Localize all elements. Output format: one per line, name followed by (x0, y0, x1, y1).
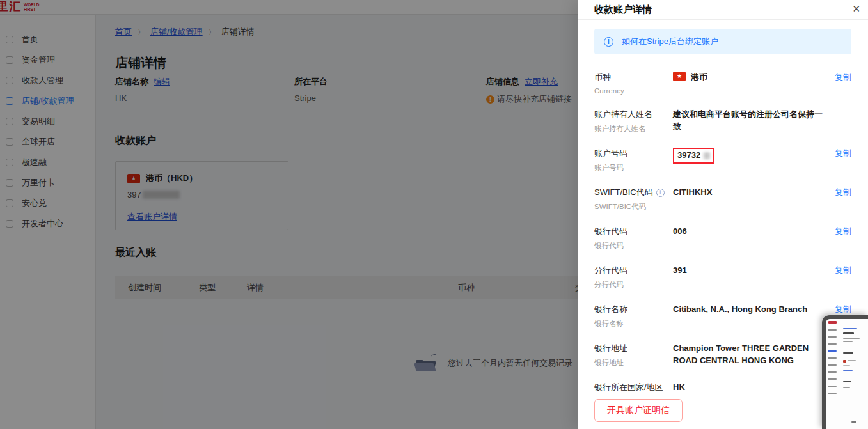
field-label: SWIFT/BIC代码i (594, 187, 673, 198)
thumb-decoration (828, 321, 837, 324)
copy-link[interactable]: 复制 (832, 72, 851, 95)
thumb-decoration (828, 386, 837, 387)
copy-link[interactable]: 复制 (832, 226, 851, 251)
field-label-text: 账户号码 (594, 148, 627, 159)
field-row-4: 银行代码银行代码006复制 (594, 226, 851, 251)
field-value-text: 39732 (677, 150, 700, 162)
field-label-col: 银行名称银行名称 (594, 304, 673, 329)
thumb-decoration (851, 421, 856, 423)
thumb-decoration (828, 336, 837, 338)
hk-flag-icon: ★ (673, 72, 686, 81)
field-label: 账户号码 (594, 148, 673, 159)
drawer-header: 收款账户详情 (578, 0, 868, 20)
field-value: Citibank, N.A., Hong Kong Branch (673, 304, 832, 329)
field-label-text: 银行名称 (594, 304, 627, 315)
field-label: 银行所在国家/地区 (594, 382, 673, 393)
thumb-decoration (848, 360, 856, 361)
field-value: Champion Tower THREE GARDEN ROAD CENTRAL… (673, 343, 832, 368)
issue-account-certificate-button[interactable]: 开具账户证明信 (594, 399, 683, 422)
field-label-text: 银行地址 (594, 343, 627, 354)
field-sublabel: SWIFT/BIC代码 (594, 202, 673, 212)
field-label-col: 分行代码分行代码 (594, 265, 673, 290)
field-label-text: 银行代码 (594, 226, 627, 237)
field-sublabel: 银行地址 (594, 358, 673, 368)
field-label: 银行代码 (594, 226, 673, 237)
field-label: 分行代码 (594, 265, 673, 276)
field-sublabel: 银行名称 (594, 319, 673, 329)
thumb-decoration (828, 364, 837, 366)
field-value: CITIHKHX (673, 187, 832, 212)
copy-link[interactable]: 复制 (832, 265, 851, 290)
field-label: 币种 (594, 72, 673, 83)
field-label: 银行地址 (594, 343, 673, 354)
field-label-text: 分行代码 (594, 265, 627, 276)
field-row-5: 分行代码分行代码391复制 (594, 265, 851, 290)
field-label: 银行名称 (594, 304, 673, 315)
field-label-text: SWIFT/BIC代码 (594, 187, 653, 198)
thumb-decoration (843, 360, 846, 363)
field-label-col: 币种Currency (594, 72, 673, 95)
field-value: 39732 (673, 148, 832, 173)
field-sublabel: Currency (594, 87, 673, 95)
modal-dim-overlay[interactable] (0, 0, 578, 429)
field-value: 391 (673, 265, 832, 290)
close-icon[interactable]: ✕ (852, 3, 860, 15)
field-label-text: 币种 (594, 72, 611, 83)
stripe-binding-guide-link[interactable]: 如何在Stripe后台绑定账户 (622, 36, 718, 47)
field-label: 账户持有人姓名 (594, 109, 673, 120)
field-row-0: 币种Currency★港币复制 (594, 72, 851, 95)
thumb-decoration (828, 343, 837, 345)
thumb-decoration (828, 329, 837, 331)
thumb-decoration (843, 381, 851, 382)
drawer-title: 收款账户详情 (594, 4, 652, 16)
field-sublabel: 账户持有人姓名 (594, 124, 673, 134)
field-sublabel: 银行代码 (594, 241, 673, 251)
field-label-text: 银行所在国家/地区 (594, 382, 663, 393)
field-value-text: 港币 (691, 72, 707, 84)
field-label-col: 银行代码银行代码 (594, 226, 673, 251)
field-row-2: 账户号码账户号码39732复制 (594, 148, 851, 173)
swift-info-icon[interactable]: i (656, 189, 665, 197)
field-sublabel: 账户号码 (594, 163, 673, 173)
thumb-decoration (828, 371, 837, 373)
thumb-decoration (843, 341, 853, 342)
thumb-decoration (843, 328, 857, 329)
thumb-decoration (843, 365, 850, 366)
field-label-col: 银行地址银行地址 (594, 343, 673, 368)
copy-link[interactable]: 复制 (832, 187, 851, 212)
thumb-decoration (828, 393, 837, 394)
field-row-1: 账户持有人姓名账户持有人姓名建议和电商平台账号的注册公司名保持一致 (594, 109, 851, 134)
thumb-decoration (843, 352, 853, 354)
thumb-decoration (828, 378, 837, 380)
thumb-decoration (843, 387, 850, 388)
field-sublabel: 分行代码 (594, 280, 673, 290)
screenshot-preview-thumbnail[interactable] (822, 315, 868, 429)
highlighted-account-number: 39732 (673, 148, 714, 164)
thumb-decoration (843, 338, 860, 339)
field-label-col: 账户持有人姓名账户持有人姓名 (594, 109, 673, 134)
field-label-col: SWIFT/BIC代码iSWIFT/BIC代码 (594, 187, 673, 212)
field-row-3: SWIFT/BIC代码iSWIFT/BIC代码CITIHKHX复制 (594, 187, 851, 212)
thumb-decoration (828, 350, 837, 352)
blurred-digit-mask (704, 152, 710, 159)
field-row-7: 银行地址银行地址Champion Tower THREE GARDEN ROAD… (594, 343, 851, 368)
field-value: 006 (673, 226, 832, 251)
info-icon: i (604, 37, 613, 47)
thumb-decoration (828, 357, 837, 359)
stripe-help-banner: i 如何在Stripe后台绑定账户 (594, 29, 851, 54)
field-value: ★港币 (673, 72, 832, 95)
thumb-decoration (843, 370, 853, 371)
field-row-6: 银行名称银行名称Citibank, N.A., Hong Kong Branch… (594, 304, 851, 329)
thumb-decoration (843, 332, 854, 334)
field-label-col: 账户号码账户号码 (594, 148, 673, 173)
copy-spacer (832, 109, 851, 134)
field-label-text: 账户持有人姓名 (594, 109, 652, 120)
copy-link[interactable]: 复制 (832, 148, 851, 173)
field-value: 建议和电商平台账号的注册公司名保持一致 (673, 109, 832, 134)
